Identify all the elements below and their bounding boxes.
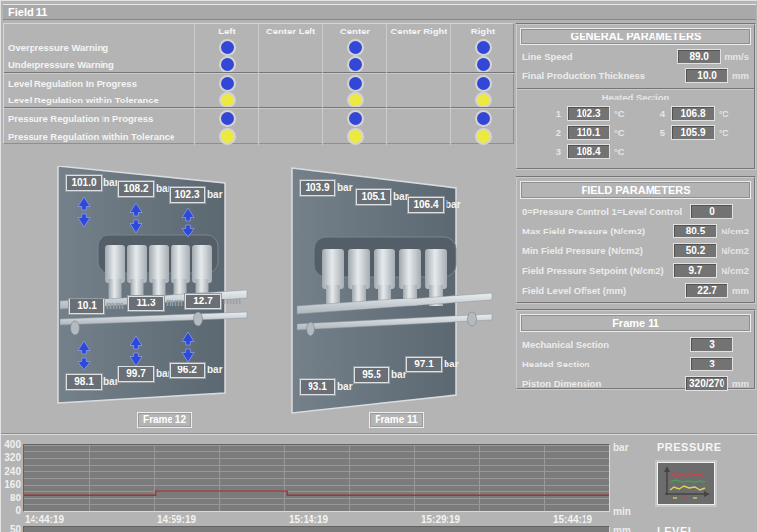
led-indicator [221,58,234,71]
status-led-cell [322,92,386,109]
heated-section-unit: °C [614,146,648,157]
frame-pressure-value-top: 103.9 [300,180,335,196]
frame-pressure-value-bottom: 96.2 [170,363,205,378]
frame-label: Frame 12 [137,412,192,428]
heated-section-value-box[interactable]: 102.3 [567,106,610,121]
frame-pressure-value-top: 105.1 [356,189,391,205]
status-led-cell [322,109,386,127]
status-led-cell [258,92,322,109]
double-arrow-icon [181,207,195,238]
led-indicator [477,94,490,106]
parameter-label: Min Field Pressure (N/cm2) [522,245,673,256]
status-led-cell [258,127,322,145]
pressure-chart-y-tick: 320 [2,452,21,463]
heated-section-unit: °C [719,108,752,119]
frame-pressure-value-top: 108.2 [118,181,154,197]
frame-value-unit: mm [166,298,183,308]
field-parameters-rows: 0=Pressure Control 1=Level Control 0 Max… [517,201,754,299]
status-led-cell [386,38,450,56]
frame-value-unit: bar [444,359,459,369]
pressure-y-unit: bar [613,442,629,453]
heated-section-unit: °C [719,127,752,138]
status-led-cell [194,56,258,74]
parameter-value-box[interactable]: 3 [690,357,733,371]
status-led-cell [258,74,322,92]
frame-value-unit: mm [106,300,124,311]
status-led-cell [194,74,258,92]
led-indicator [349,94,362,106]
parameter-value-box[interactable]: 10.0 [685,68,728,83]
pressure-trend-chart [23,444,610,512]
section-divider [1,433,757,435]
status-led-cell [450,74,515,92]
double-arrow-icon [181,331,195,363]
double-arrow-icon [77,340,91,371]
status-led-cell [194,127,258,145]
status-row-label: Underpressure Warning [4,56,194,74]
pressure-chart-y-tick: 400 [2,439,21,450]
parameter-row: Min Field Pressure (N/cm2) 50.2N/cm2 [517,240,754,260]
status-column-header: Center Right [386,24,450,38]
led-indicator [349,58,362,71]
parameter-label: 0=Pressure Control 1=Level Control [522,206,690,217]
status-column-header: Left [194,24,258,38]
level-trend-chart-partial [23,526,610,532]
level-y-unit: mm [613,525,631,532]
led-indicator [221,130,234,143]
status-column-header: Center [322,24,386,38]
heated-section-unit: °C [614,108,648,119]
pressure-trend-button[interactable] [657,462,715,505]
parameter-value-box[interactable]: 9.7 [673,263,717,278]
led-indicator [477,77,490,90]
frame-value-unit: bar [103,177,119,188]
frame-position-value: 10.1 [69,299,104,314]
pressure-chart-y-tick: 240 [2,466,21,477]
parameter-value-box[interactable]: 22.7 [685,283,728,298]
frame-pressure-value-bottom: 97.1 [406,357,442,372]
status-led-cell [386,56,450,74]
status-led-cell [322,38,386,56]
general-parameters-panel: GENERAL PARAMETERS Line Speed 89.0mm/s F… [516,23,756,170]
parameter-unit: mm [732,70,749,81]
field-parameters-title: FIELD PARAMETERS [521,182,750,198]
led-indicator [349,77,362,90]
pressure-chart-y-tick: 160 [2,479,21,490]
status-row-label: Overpressure Warning [4,38,194,56]
parameter-unit: N/cm2 [721,226,749,236]
heated-section-group: Heated Section 1 102.3 °C4 106.8 °C2 110… [517,88,754,159]
heated-section-value-box[interactable]: 110.1 [567,125,610,140]
trend-time-tick: 15:44:19 [553,514,592,525]
parameter-row: Piston Dimension 320/270mm [517,373,754,393]
hmi-screen: Field 11 LeftCenter LeftCenterCenter Rig… [0,0,757,532]
heated-section-value-box[interactable]: 105.9 [671,125,715,140]
frame-value-unit: bar [207,189,223,200]
trend-time-tick: 15:29:19 [421,514,460,525]
level-chart-first-tick: 50 [2,524,21,532]
heated-section-value-box[interactable]: 108.4 [567,144,610,159]
parameter-value-box[interactable]: 0 [690,204,733,219]
status-led-cell [258,56,322,74]
parameter-value-box[interactable]: 3 [690,337,733,352]
status-led-cell [386,127,450,145]
status-led-cell [450,56,515,74]
heated-section-index: 3 [539,146,567,157]
heated-section-value-box[interactable]: 106.8 [671,106,715,121]
parameter-value-box[interactable]: 80.5 [673,224,717,238]
status-led-cell [322,56,386,74]
status-led-cell [450,92,515,109]
status-indicator-table: LeftCenter LeftCenterCenter RightRightOv… [3,23,514,144]
parameter-label: Heated Section [522,359,690,369]
frame-pressure-value-top: 102.3 [170,187,205,203]
parameter-row: Max Field Pressure (N/cm2) 80.5N/cm2 [517,221,754,240]
field-parameters-panel: FIELD PARAMETERS 0=Pressure Control 1=Le… [516,176,756,304]
parameter-row: Final Production Thickness 10.0mm [517,66,754,85]
parameter-value-box[interactable]: 320/270 [685,376,728,391]
parameter-value-box[interactable]: 50.2 [673,243,717,258]
parameter-value-box[interactable]: 89.0 [677,49,721,64]
status-led-cell [450,127,515,145]
parameter-unit: N/cm2 [721,265,749,276]
heated-section-index: 2 [539,127,567,138]
trend-icon [659,464,713,503]
frame-info-panel: Frame 11 Mechanical Section 3 Heated Sec… [516,309,756,390]
trend-x-unit: min [613,506,631,517]
